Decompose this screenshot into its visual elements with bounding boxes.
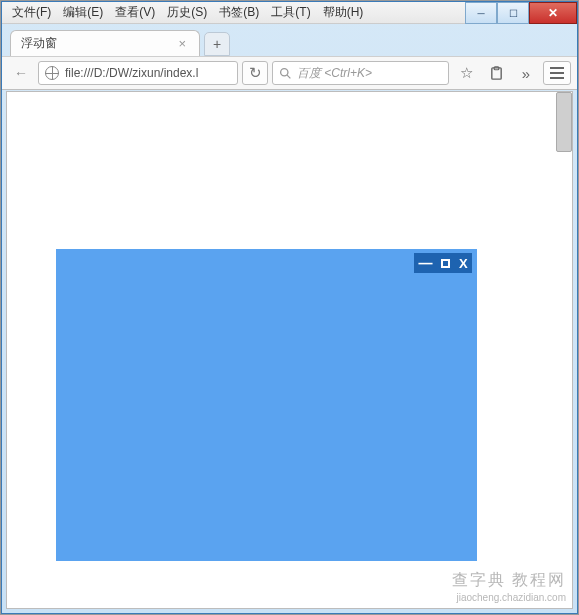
menu-bookmarks[interactable]: 书签(B) <box>213 4 265 21</box>
svg-point-0 <box>281 68 288 75</box>
window-maximize-button[interactable]: ☐ <box>497 2 529 24</box>
globe-icon <box>45 66 59 80</box>
back-button[interactable]: ← <box>8 60 34 86</box>
search-bar[interactable]: 百度 <Ctrl+K> <box>272 61 449 85</box>
window-close-button[interactable]: ✕ <box>529 2 577 24</box>
float-minimize-icon[interactable]: — <box>418 260 432 266</box>
watermark-line1: 查字典 教程网 <box>452 570 566 591</box>
vertical-scrollbar[interactable] <box>556 92 572 152</box>
search-icon <box>279 67 292 80</box>
watermark-line2: jiaocheng.chazidian.com <box>452 591 566 604</box>
search-placeholder: 百度 <Ctrl+K> <box>297 65 372 82</box>
menu-view[interactable]: 查看(V) <box>109 4 161 21</box>
floating-window-controls: — X <box>414 253 472 273</box>
menu-edit[interactable]: 编辑(E) <box>57 4 109 21</box>
bookmark-star-button[interactable]: ☆ <box>453 61 479 85</box>
svg-line-1 <box>287 75 290 78</box>
browser-tab[interactable]: 浮动窗 × <box>10 30 200 56</box>
clipboard-icon <box>489 66 504 81</box>
page-content: — X 查字典 教程网 jiaocheng.chazidian.com <box>6 91 573 609</box>
reload-button[interactable]: ↻ <box>242 61 268 85</box>
float-maximize-icon[interactable] <box>441 259 450 268</box>
address-bar[interactable]: file:///D:/DW/zixun/index.l <box>38 61 238 85</box>
menu-button[interactable] <box>543 61 571 85</box>
overflow-button[interactable]: » <box>513 61 539 85</box>
sidebar-button[interactable] <box>483 61 509 85</box>
menu-history[interactable]: 历史(S) <box>161 4 213 21</box>
floating-window[interactable]: — X <box>56 249 477 561</box>
menu-help[interactable]: 帮助(H) <box>317 4 370 21</box>
tab-title: 浮动窗 <box>21 35 57 52</box>
new-tab-button[interactable]: + <box>204 32 230 56</box>
tab-close-button[interactable]: × <box>175 36 189 51</box>
tab-strip: 浮动窗 × + <box>2 26 577 56</box>
toolbar: ← file:///D:/DW/zixun/index.l ↻ 百度 <Ctrl… <box>2 56 577 90</box>
window-minimize-button[interactable]: ─ <box>465 2 497 24</box>
watermark: 查字典 教程网 jiaocheng.chazidian.com <box>452 570 566 604</box>
url-text: file:///D:/DW/zixun/index.l <box>65 66 231 80</box>
menu-tools[interactable]: 工具(T) <box>265 4 316 21</box>
menu-file[interactable]: 文件(F) <box>6 4 57 21</box>
float-close-icon[interactable]: X <box>459 256 468 271</box>
